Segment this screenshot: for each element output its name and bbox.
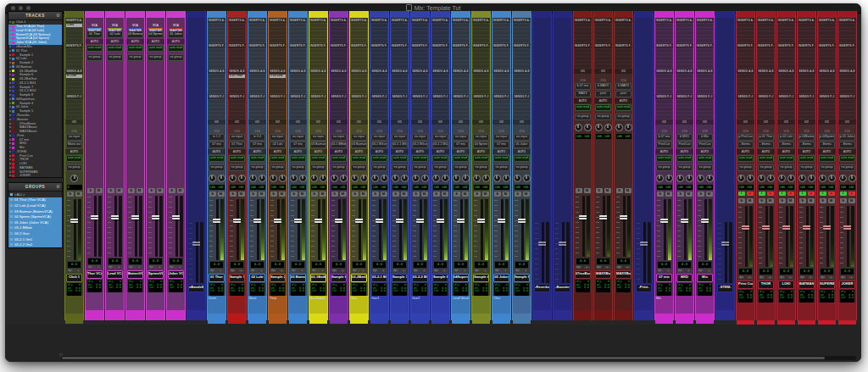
plugin-slot[interactable] [798,115,815,119]
plugin-slot[interactable] [798,90,815,93]
plugin-slot[interactable] [615,64,632,68]
comments-field[interactable] [187,292,205,310]
plugin-slot[interactable] [819,90,835,93]
expand-toggle[interactable]: ▸ [523,269,529,272]
automation-mode-button[interactable]: auto read [819,155,835,162]
plugin-slot[interactable] [249,75,265,78]
plugin-slot[interactable] [351,53,367,57]
plugin-slot[interactable] [493,24,509,27]
solo-button[interactable]: S [657,192,664,197]
plugin-slot[interactable] [432,49,448,53]
group-row[interactable]: <ALL> [8,192,62,197]
solo-button[interactable]: S [515,192,521,197]
plugin-slot[interactable] [839,39,855,42]
plugin-slot[interactable] [473,61,489,64]
track-name-button[interactable]: THOR [758,280,774,289]
track-visibility-dot[interactable] [9,142,11,144]
expand-toggle[interactable]: ▸ [808,276,814,279]
solo-button[interactable]: S [433,192,440,197]
group-row[interactable]: 03-2 Gun [8,230,62,236]
plugin-slot[interactable] [432,61,448,64]
record-arm-button[interactable]: ● [808,192,815,196]
mute-button[interactable]: M [828,198,835,203]
group-assign-button[interactable]: no group [331,164,347,171]
plugin-slot[interactable] [737,79,754,82]
plugin-slot[interactable] [493,108,509,111]
comments-field[interactable] [737,303,754,320]
plugin-slot[interactable] [737,28,754,31]
expand-toggle[interactable]: ▸ [767,276,773,279]
track-name-button[interactable]: -Print- [636,284,652,292]
plugin-slot[interactable] [473,53,489,57]
plugin-slot[interactable] [453,39,469,42]
fader-track[interactable] [847,206,849,267]
plugin-slot[interactable] [229,28,245,31]
comments-field[interactable]: Bat Mobile [309,296,327,314]
plugin-slot[interactable] [615,57,632,60]
plugin-slot[interactable] [229,49,245,53]
input-path-button[interactable]: b Mix [697,134,713,141]
input-path-button[interactable]: no input [351,134,367,141]
plugin-slot[interactable] [331,39,347,42]
group-row[interactable]: 03-2-1 Gn1 [8,236,62,242]
pan-knob-right[interactable] [462,175,470,182]
plugin-slot[interactable] [229,100,245,103]
track-name-button[interactable]: Joker VCA [168,270,184,279]
comments-field[interactable] [696,296,714,314]
plugin-slot[interactable] [473,90,489,93]
expand-toggle[interactable]: ▸ [747,276,753,279]
track-name-button[interactable]: MAXXBoost [595,270,611,279]
group-assign-button[interactable]: no group [66,164,82,171]
plugin-slot[interactable] [432,112,448,115]
plugin-slot[interactable] [615,53,632,57]
track-visibility-dot[interactable] [9,130,11,132]
plugin-slot[interactable] [839,31,855,35]
plugin-slot[interactable] [778,86,794,90]
pan-knob-right[interactable] [787,175,795,182]
track-name-button[interactable]: Sample 2 [270,274,286,282]
plugin-slot[interactable] [839,100,855,103]
plugin-slot[interactable] [758,115,774,119]
mute-button[interactable]: M [157,188,164,193]
track-visibility-dot[interactable] [9,54,11,56]
plugin-slot[interactable] [737,61,754,64]
output-path-button[interactable]: 05 Joker [514,142,530,148]
track-name-button[interactable]: 02 Loki [249,274,265,282]
expand-toggle[interactable]: ▸ [442,269,448,272]
group-assign-button[interactable]: no group [819,164,835,171]
automation-mode-button[interactable]: auto read [514,155,530,162]
track-visibility-dot[interactable] [9,123,11,125]
track-name-button[interactable]: Click 1 [66,274,82,282]
output-path-button[interactable]: 07 mix [290,142,306,148]
plugin-slot[interactable] [575,31,591,35]
comments-field[interactable] [330,296,348,314]
plugin-slot[interactable] [493,57,509,60]
plugin-slot[interactable] [575,64,591,68]
fader-track[interactable] [440,199,442,260]
plugin-slot[interactable] [310,28,326,31]
group-assign-button[interactable]: no group [453,164,469,171]
pan-knob-right[interactable] [340,175,348,182]
expand-toggle[interactable]: ▸ [177,266,183,269]
plugin-slot[interactable] [290,57,306,60]
track-visibility-dot[interactable] [9,135,11,136]
mute-button[interactable]: M [808,198,815,203]
plugin-slot[interactable] [595,31,611,35]
pan-knob-left[interactable] [575,124,582,131]
plugin-slot[interactable] [778,115,794,119]
group-assign-button[interactable]: no group [737,164,754,171]
plugin-slot[interactable] [229,36,245,39]
dyn-toggle[interactable]: dyn [392,269,398,272]
pan-knob-left[interactable] [758,175,765,182]
expand-toggle[interactable]: ▸ [96,266,102,269]
mute-button[interactable]: M [299,192,306,197]
tracks-menu-icon[interactable]: ⚙ [56,12,60,19]
pan-knob-left[interactable] [331,175,338,182]
plugin-slot[interactable] [249,57,265,60]
plugin-slot[interactable] [331,112,347,115]
plugin-slot[interactable] [493,53,509,57]
mute-button[interactable]: M [665,192,672,197]
plugin-slot[interactable] [798,100,815,103]
plugin-slot[interactable] [737,108,754,111]
dyn-toggle[interactable]: dyn [494,269,500,272]
